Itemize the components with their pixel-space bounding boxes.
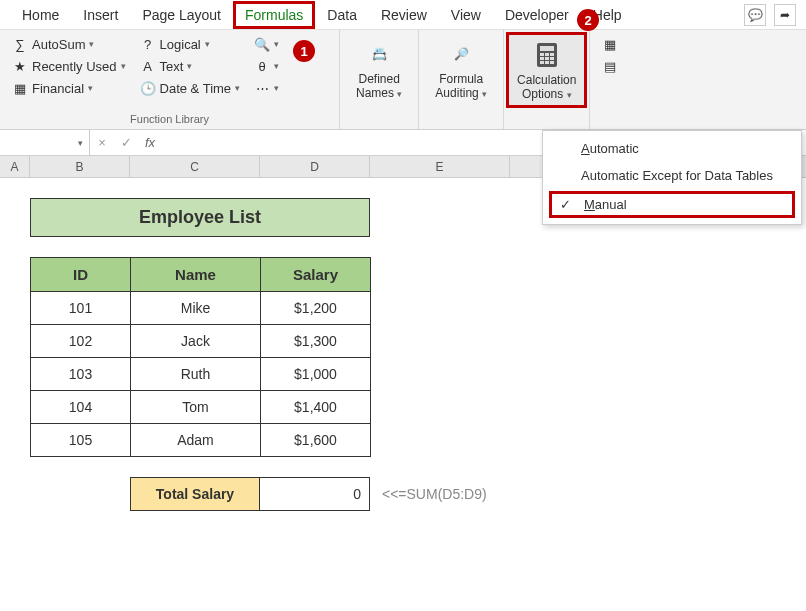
formula-annotation: <<=SUM(D5:D9) — [370, 486, 487, 502]
total-salary-value[interactable]: 0 — [260, 477, 370, 511]
share-icon[interactable]: ➦ — [774, 4, 796, 26]
ribbon-tabs: Home Insert Page Layout Formulas Data Re… — [0, 0, 806, 30]
lookup-button[interactable]: 🔍▾ — [250, 34, 283, 54]
tab-page-layout[interactable]: Page Layout — [130, 1, 233, 29]
tab-view[interactable]: View — [439, 1, 493, 29]
check-icon: ✓ — [556, 197, 574, 212]
calc-sheet-button[interactable]: ▤ — [598, 56, 622, 76]
tab-insert[interactable]: Insert — [71, 1, 130, 29]
menu-manual[interactable]: ✓ Manual — [549, 191, 795, 218]
ribbon: ∑AutoSum▾ ★Recently Used▾ ▦Financial▾ ?L… — [0, 30, 806, 130]
fx-icon[interactable]: fx — [138, 135, 162, 150]
financial-button[interactable]: ▦Financial▾ — [8, 78, 130, 98]
worksheet[interactable]: Employee List ID Name Salary 101Mike$1,2… — [0, 178, 806, 511]
svg-rect-2 — [540, 53, 544, 56]
money-icon: ▦ — [12, 80, 28, 96]
table-row[interactable]: 105Adam$1,600 — [31, 424, 371, 457]
formula-auditing-button[interactable]: 🔎 FormulaAuditing ▾ — [427, 34, 495, 104]
header-id: ID — [31, 258, 131, 292]
name-box[interactable]: ▾ — [0, 130, 90, 155]
svg-rect-10 — [550, 61, 554, 64]
text-icon: A — [140, 58, 156, 74]
svg-rect-7 — [550, 57, 554, 60]
table-row[interactable]: 102Jack$1,300 — [31, 325, 371, 358]
employee-table: ID Name Salary 101Mike$1,200 102Jack$1,3… — [30, 257, 371, 457]
col-A[interactable]: A — [0, 156, 30, 177]
col-E[interactable]: E — [370, 156, 510, 177]
calc-sheet-icon: ▤ — [602, 58, 618, 74]
svg-rect-8 — [540, 61, 544, 64]
calc-now-icon: ▦ — [602, 36, 618, 52]
math-button[interactable]: θ▾ — [250, 56, 283, 76]
table-row[interactable]: 103Ruth$1,000 — [31, 358, 371, 391]
comments-icon[interactable]: 💬 — [744, 4, 766, 26]
autosum-button[interactable]: ∑AutoSum▾ — [8, 34, 130, 54]
logical-button[interactable]: ?Logical▾ — [136, 34, 245, 54]
svg-rect-5 — [540, 57, 544, 60]
tab-home[interactable]: Home — [10, 1, 71, 29]
more-icon: ⋯ — [254, 80, 270, 96]
svg-rect-6 — [545, 57, 549, 60]
col-D[interactable]: D — [260, 156, 370, 177]
tab-developer[interactable]: Developer — [493, 1, 581, 29]
more-button[interactable]: ⋯▾ — [250, 78, 283, 98]
calculation-options-menu: Automatic Automatic Except for Data Tabl… — [542, 130, 802, 225]
sigma-icon: ∑ — [12, 36, 28, 52]
svg-rect-4 — [550, 53, 554, 56]
star-icon: ★ — [12, 58, 28, 74]
header-salary: Salary — [261, 258, 371, 292]
calculation-options-button[interactable]: CalculationOptions ▾ — [506, 32, 587, 108]
menu-automatic[interactable]: Automatic — [543, 135, 801, 162]
calculator-icon — [531, 39, 563, 71]
recently-used-button[interactable]: ★Recently Used▾ — [8, 56, 130, 76]
cancel-icon[interactable]: × — [90, 135, 114, 150]
table-row[interactable]: 104Tom$1,400 — [31, 391, 371, 424]
tab-data[interactable]: Data — [315, 1, 369, 29]
text-button[interactable]: AText▾ — [136, 56, 245, 76]
tab-review[interactable]: Review — [369, 1, 439, 29]
header-name: Name — [131, 258, 261, 292]
tab-formulas[interactable]: Formulas — [233, 1, 315, 29]
table-row[interactable]: 101Mike$1,200 — [31, 292, 371, 325]
col-B[interactable]: B — [30, 156, 130, 177]
defined-names-icon: 📇 — [363, 38, 395, 70]
table-title: Employee List — [30, 198, 370, 237]
auditing-icon: 🔎 — [445, 38, 477, 70]
logical-icon: ? — [140, 36, 156, 52]
svg-rect-9 — [545, 61, 549, 64]
svg-rect-1 — [540, 46, 554, 51]
enter-icon[interactable]: ✓ — [114, 135, 138, 150]
clock-icon: 🕒 — [140, 80, 156, 96]
menu-automatic-except[interactable]: Automatic Except for Data Tables — [543, 162, 801, 189]
theta-icon: θ — [254, 58, 270, 74]
function-library-label: Function Library — [8, 111, 331, 125]
calc-now-button[interactable]: ▦ — [598, 34, 622, 54]
defined-names-button[interactable]: 📇 DefinedNames ▾ — [348, 34, 410, 104]
callout-2: 2 — [577, 9, 599, 31]
col-C[interactable]: C — [130, 156, 260, 177]
datetime-button[interactable]: 🕒Date & Time▾ — [136, 78, 245, 98]
svg-rect-3 — [545, 53, 549, 56]
callout-1: 1 — [293, 40, 315, 62]
lookup-icon: 🔍 — [254, 36, 270, 52]
total-salary-label: Total Salary — [130, 477, 260, 511]
